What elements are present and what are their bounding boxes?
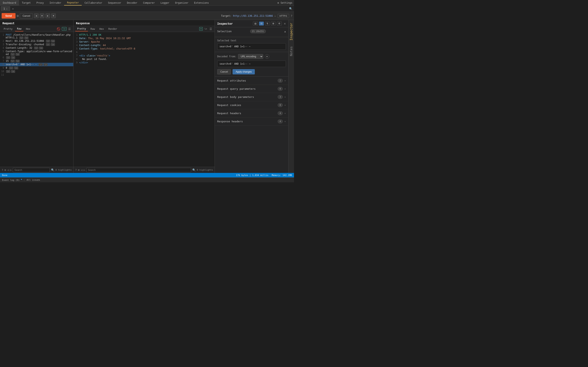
response-pretty-icon[interactable]: ≡	[199, 27, 203, 31]
selection-header: Selection 21 (0x15) ▲	[217, 29, 286, 33]
response-nav-next[interactable]: ▷	[84, 168, 85, 171]
cancel-decoded-button[interactable]: Cancel	[217, 69, 231, 75]
response-search-icon[interactable]: 🔍	[192, 168, 196, 171]
nav-prev-button[interactable]: ◂	[34, 13, 39, 18]
request-help-icon[interactable]: ?	[2, 168, 3, 171]
response-tab-pretty[interactable]: Pretty	[75, 26, 88, 31]
inspector-split-icon[interactable]: ⊞	[271, 22, 276, 25]
response-tab-render[interactable]: Render	[106, 27, 119, 31]
nav-repeater[interactable]: Repeater	[64, 0, 82, 6]
inspector-collapse-icon[interactable]: ⇅	[265, 22, 270, 25]
status-right: 176 bytes | 1,034 millis Memory: 142.1MB	[236, 174, 292, 176]
nav-logger[interactable]: Logger	[158, 0, 172, 6]
tab-search-icon[interactable]: 🔍	[289, 7, 294, 10]
line-content-5: Content-Type: application/x-www-form-url…	[6, 50, 73, 56]
selection-section: Selection 21 (0x15) ▲	[215, 27, 288, 37]
response-line-7: 7 <div class='results'>	[73, 54, 215, 58]
target-url: http://83.136.251.211:51066	[233, 15, 273, 17]
response-line-2: 2 Date: Thu, 16 May 2024 10:21:32 GMT	[73, 37, 215, 40]
bottom-bar: Event log (9) ● | All issues	[0, 177, 294, 182]
nav-next-button[interactable]: ▸	[45, 13, 50, 18]
response-tab-hex[interactable]: Hex	[97, 27, 106, 31]
request-tab-hex[interactable]: Hex	[24, 27, 33, 31]
line-num-5: 5	[0, 50, 6, 53]
response-code-area[interactable]: 1 HTTP/1.1 200 OK 2 Date: Thu, 16 May 20…	[73, 32, 215, 167]
request-query-label: Request query parameters	[217, 87, 278, 90]
request-search-icon[interactable]: 🔍	[51, 168, 54, 171]
request-nav-next[interactable]: ▷	[10, 168, 12, 171]
line-num-11: 11	[0, 73, 6, 76]
selection-chevron-icon[interactable]: ▲	[285, 30, 286, 33]
line-content-1: POST /Controllers/Handlers/SearchHandler…	[6, 33, 73, 39]
response-line-1: 1 HTTP/1.1 200 OK	[73, 33, 215, 37]
inspector-item-request-cookies[interactable]: Request cookies 0 ▾	[215, 101, 288, 109]
request-settings-icon[interactable]: ⚙	[4, 168, 6, 171]
nav-dashboard[interactable]: Dashboard	[0, 0, 19, 6]
cancel-button[interactable]: Cancel	[20, 13, 33, 18]
inspector-item-request-body[interactable]: Request body parameters 3 ▾	[215, 93, 288, 101]
inspector-item-response-headers[interactable]: Response headers 4 ▾	[215, 117, 288, 125]
nav-organizer[interactable]: Organizer	[172, 0, 191, 6]
inspector-item-request-query[interactable]: Request query parameters 0 ▾	[215, 85, 288, 93]
response-menu-icon[interactable]: ☰	[209, 27, 213, 31]
notes-sidebar-icon[interactable]: Notes	[289, 45, 294, 57]
inspector-settings-icon[interactable]: ⚙	[277, 22, 282, 25]
request-search-input[interactable]	[13, 168, 50, 172]
tab-1[interactable]: 1 ✕	[1, 6, 10, 11]
nav-next-dropdown[interactable]: ▾	[51, 13, 56, 18]
tab-label: 1	[3, 7, 5, 10]
response-nav-prev[interactable]: ◁	[81, 168, 82, 171]
request-tabs: Pretty Raw Hex 🚫 \n ☰	[0, 26, 73, 32]
nav-decoder[interactable]: Decoder	[124, 0, 140, 6]
send-button[interactable]: Send	[2, 13, 16, 18]
pretty-print-icon[interactable]: \n	[62, 27, 67, 31]
inspector-close-button[interactable]: ✕	[284, 22, 286, 25]
response-search-input[interactable]	[86, 168, 191, 172]
nav-target[interactable]: Target	[19, 0, 34, 6]
nav-comparer[interactable]: Comparer	[140, 0, 158, 6]
request-nav-prev[interactable]: ◁	[7, 168, 9, 171]
inspector-view-single[interactable]: ▤	[253, 22, 258, 25]
settings-icon[interactable]: ⚙	[277, 1, 279, 4]
request-line-7: 7 15 \r\n	[0, 59, 73, 63]
inspector-view-split[interactable]: ⊟	[259, 22, 264, 25]
request-tab-pretty[interactable]: Pretty	[2, 27, 15, 31]
response-tab-raw[interactable]: Raw	[88, 27, 97, 31]
request-line-6: 6 \r\n	[0, 56, 73, 59]
event-log-label[interactable]: Event log (9) ●	[2, 178, 22, 182]
nav-proxy[interactable]: Proxy	[34, 0, 47, 6]
inspector-item-request-attributes[interactable]: Request attributes 2 ▾	[215, 77, 288, 85]
help-icon[interactable]: ?	[291, 14, 292, 17]
inspector-item-request-headers[interactable]: Request headers 4 ▾	[215, 109, 288, 117]
nav-intruder[interactable]: Intruder	[47, 0, 64, 6]
nav-prev-dropdown[interactable]: ▾	[40, 13, 44, 18]
all-issues-label[interactable]: All issues	[26, 179, 40, 181]
edit-target-icon[interactable]: ✏	[274, 15, 276, 17]
decoded-add-button[interactable]: +	[265, 54, 269, 59]
nav-collaborator[interactable]: Collaborator	[82, 0, 105, 6]
response-highlights: 0 highlights	[197, 169, 213, 171]
response-help-icon[interactable]: ?	[75, 168, 77, 171]
response-nl-icon[interactable]: \n	[204, 27, 208, 31]
settings-gear-icon[interactable]: ⚙	[17, 14, 19, 18]
tab-close-icon[interactable]: ✕	[6, 8, 7, 10]
nav-sequencer[interactable]: Sequencer	[105, 0, 124, 6]
nav-extensions[interactable]: Extensions	[191, 0, 212, 6]
decoded-from-section: Decoded from: URL encoding HTML encoding…	[215, 52, 288, 77]
decoded-from-select[interactable]: URL encoding HTML encoding Base64	[238, 54, 263, 59]
http-version-button[interactable]: HTTP/1	[278, 14, 289, 18]
apply-changes-button[interactable]: Apply changes	[233, 69, 255, 75]
tab-add-button[interactable]: +	[10, 6, 15, 11]
menu-icon[interactable]: ☰	[67, 27, 72, 31]
no-format-icon[interactable]: 🚫	[56, 27, 61, 31]
line-content-6: \r\n	[6, 56, 73, 59]
main-area: Request Pretty Raw Hex 🚫 \n ☰ 1 POST /Co…	[0, 20, 294, 173]
request-cookies-count: 0	[278, 103, 283, 107]
request-headers-count: 4	[278, 111, 283, 115]
response-settings-icon[interactable]: ⚙	[78, 168, 80, 171]
settings-label[interactable]: Settings	[281, 1, 292, 4]
request-code-area[interactable]: 1 POST /Controllers/Handlers/SearchHandl…	[0, 32, 73, 167]
request-tab-raw[interactable]: Raw	[15, 26, 24, 31]
inspector-sidebar-icon[interactable]: Inspector	[289, 22, 294, 42]
toolbar: Send ⚙ Cancel ◂ ▾ ▸ ▾ Target: http://83.…	[0, 12, 294, 20]
